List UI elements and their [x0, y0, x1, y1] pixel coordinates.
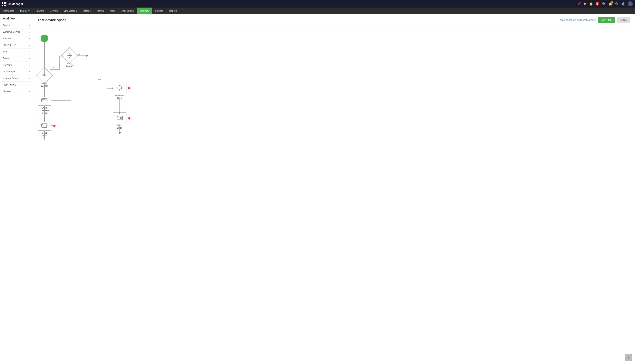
main-content: Test device space Want to perform additi…	[33, 14, 635, 364]
nav-virtualization[interactable]: Virtualization	[61, 8, 80, 14]
alarm-icon	[116, 85, 123, 91]
check-drive-label: CheckDrive FreeSpace	[40, 106, 49, 114]
svg-marker-59	[86, 55, 88, 57]
email-icon-right	[116, 114, 123, 121]
ping-device-inner	[39, 70, 50, 81]
svg-point-35	[119, 90, 120, 90]
page-title: Test device space	[38, 18, 67, 22]
nav-alarms[interactable]: Alarms	[94, 8, 107, 14]
send-email-right-node[interactable]: SendEmail	[113, 112, 126, 129]
nav-applications[interactable]: Applications	[119, 8, 137, 14]
page-header: Test device space Want to perform additi…	[33, 14, 635, 25]
no-label-drive-alarm: No	[98, 78, 101, 80]
nav-network[interactable]: Network	[33, 8, 47, 14]
svg-marker-19	[44, 118, 45, 120]
svg-point-39	[120, 117, 122, 118]
page-header-right: Want to perform additional actions? Next…	[560, 17, 630, 23]
svg-point-31	[46, 100, 47, 101]
end-dot-email-right	[128, 117, 130, 120]
chevron-icon-hyper-v: ▾	[29, 90, 30, 92]
user-avatar[interactable]: 👤	[628, 1, 633, 6]
notification-icon[interactable]: 🔔 3	[608, 2, 612, 6]
gear-icon[interactable]: ⚙️	[621, 2, 625, 6]
check-drive-node[interactable]: CheckDrive FreeSpace	[38, 95, 51, 114]
topbar-icons: 🚀 🖥 🔔 🎁 🔍 🔔 3 🔌 ⚙️ 👤	[577, 1, 633, 6]
sidebar-item-vmware-label: VMWare	[3, 64, 12, 66]
sidebar-item-external-actions-label: External Actions	[3, 77, 19, 80]
sidebar-item-opmanager[interactable]: OpManager ▾	[0, 68, 33, 75]
sidebar-item-file-label: File	[3, 50, 7, 53]
send-email-right-label: SendEmail	[117, 124, 122, 129]
gift-icon[interactable]: 🎁	[596, 2, 599, 6]
sidebar-item-windows-service[interactable]: Windows Service ▾	[0, 29, 33, 35]
sidebar-item-ncm-actions-label: NCM Actions	[3, 84, 16, 86]
send-email-right-rect	[113, 112, 126, 123]
sidebar-item-ncm-actions[interactable]: NCM Actions ▾	[0, 82, 33, 88]
sidebar-item-process-label: Process	[3, 37, 11, 40]
sidebar-item-file[interactable]: File ▾	[0, 48, 33, 55]
nav-reports[interactable]: Reports	[166, 8, 180, 14]
topbar: OpManager 🚀 🖥 🔔 🎁 🔍 🔔 3 🔌 ⚙️ 👤	[0, 0, 635, 8]
navbar: Dashboard Inventory Network Servers Virt…	[0, 8, 635, 14]
send-email-left-label: SendEmail	[42, 132, 47, 137]
sidebar-item-hyper-v-label: Hyper-V	[3, 90, 11, 93]
generate-alarm-rect	[113, 83, 126, 93]
ping-device-diamond	[36, 67, 53, 84]
no-label-ping-dns: No	[52, 66, 55, 68]
nav-maps[interactable]: Maps	[107, 8, 118, 14]
start-node[interactable]	[41, 34, 48, 42]
generate-alarm-node[interactable]: GenerateAlarm	[113, 83, 126, 100]
dns-lookup-node[interactable]: DNSLookup	[64, 50, 75, 68]
workflow-canvas: PingDevice DNSLookup	[33, 25, 635, 167]
chevron-icon-process: ▾	[29, 38, 30, 40]
sidebar-item-vmware[interactable]: VMWare ▾	[0, 62, 33, 68]
nav-storage[interactable]: Storage	[80, 8, 94, 14]
grid-icon	[2, 2, 7, 6]
nav-inventory[interactable]: Inventory	[17, 8, 33, 14]
monitor-icon[interactable]: 🖥	[584, 2, 587, 6]
close-button[interactable]: Close	[617, 17, 630, 23]
nav-dashboard[interactable]: Dashboard	[0, 8, 17, 14]
chevron-icon-opmanager: ▾	[29, 70, 30, 73]
search-icon[interactable]: 🔍	[602, 2, 606, 6]
collapse-svg	[627, 356, 630, 359]
chevron-icon-ncm-actions: ▾	[29, 84, 30, 86]
yes-label-ping-drive: Yes	[45, 85, 48, 87]
sidebar-item-process[interactable]: Process ▾	[0, 35, 33, 42]
send-email-left-node[interactable]: SendEmail	[38, 120, 51, 137]
svg-marker-17	[119, 132, 121, 134]
sidebar-item-external-actions[interactable]: External Actions ▾	[0, 75, 33, 82]
end-dot-email-left	[53, 125, 56, 127]
additional-actions-link[interactable]: Want to perform additional actions?	[560, 19, 596, 21]
chevron-icon-external-actions: ▾	[29, 77, 30, 79]
sidebar-item-opmanager-label: OpManager	[3, 70, 15, 73]
collapse-icon[interactable]	[625, 354, 632, 361]
svg-marker-47	[44, 138, 45, 140]
chevron-icon-folder: ▾	[29, 58, 30, 60]
ping-icon	[42, 73, 47, 78]
nav-workflow[interactable]: Workflow	[137, 8, 152, 14]
svg-marker-49	[119, 132, 121, 134]
app-name: OpManager	[8, 2, 23, 6]
nav-servers[interactable]: Servers	[47, 8, 61, 14]
bell-icon[interactable]: 🔔	[589, 2, 593, 6]
next-step-button[interactable]: Next Step	[598, 17, 615, 23]
svg-marker-6	[86, 55, 88, 57]
sidebar-title: Workflow	[0, 14, 33, 22]
svg-point-29	[69, 55, 70, 56]
sidebar-item-hyper-v[interactable]: Hyper-V ▾	[0, 88, 33, 95]
sidebar-item-folder[interactable]: Folder ▾	[0, 55, 33, 62]
sidebar-item-http-ftp[interactable]: HTTP & FTP ▾	[0, 42, 33, 48]
svg-rect-23	[43, 74, 44, 76]
yes-label-drive-email: Yes	[45, 111, 48, 113]
sidebar-item-http-ftp-label: HTTP & FTP	[3, 44, 16, 46]
sidebar-item-device[interactable]: Device ▾	[0, 22, 33, 29]
app-logo[interactable]: OpManager	[2, 2, 23, 6]
rocket-icon[interactable]: 🚀	[577, 2, 581, 6]
plugin-icon[interactable]: 🔌	[615, 2, 619, 6]
start-circle	[41, 34, 48, 42]
notification-badge: 3	[611, 1, 613, 4]
sidebar-item-folder-label: Folder	[3, 57, 10, 60]
ping-device-node[interactable]: PingDevice	[39, 70, 50, 88]
nav-settings[interactable]: Settings	[152, 8, 166, 14]
